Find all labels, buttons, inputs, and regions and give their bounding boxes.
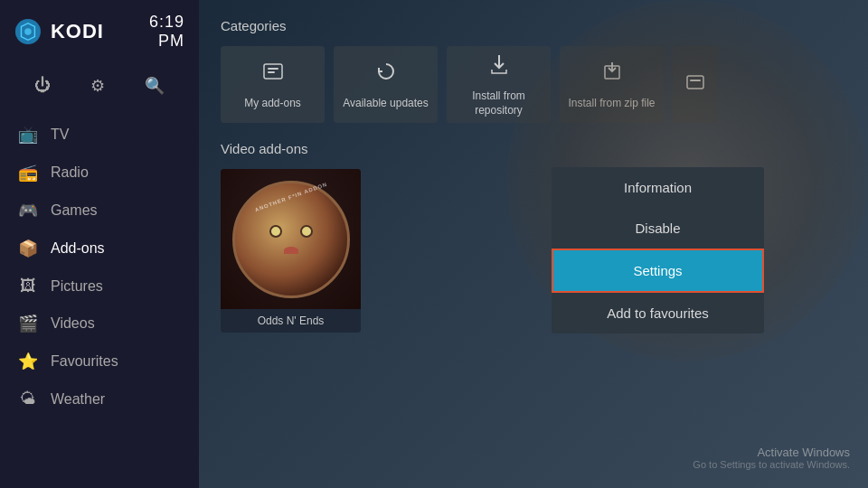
games-icon: 🎮	[18, 201, 38, 221]
sidebar-item-games[interactable]: 🎮 Games	[0, 192, 199, 230]
sidebar-item-favourites-label: Favourites	[51, 353, 118, 370]
sidebar-nav: 📺 TV 📻 Radio 🎮 Games 📦 Add-ons 🖼 Picture…	[0, 116, 199, 488]
cat-eye-right	[300, 225, 313, 238]
power-icon[interactable]: ⏻	[31, 72, 54, 99]
cat-nose	[284, 247, 298, 254]
install-from-repository-icon	[486, 52, 512, 82]
activate-windows-title: Activate Windows	[693, 446, 850, 459]
context-menu-settings[interactable]: Settings	[552, 249, 764, 293]
radio-icon: 📻	[18, 163, 38, 183]
context-menu: Information Disable Settings Add to favo…	[552, 167, 764, 333]
category-available-updates[interactable]: Available updates	[334, 46, 438, 123]
weather-icon: 🌤	[18, 389, 38, 408]
cat-face: ANOTHER F*IN ADDON	[232, 181, 350, 298]
app-title: KODI	[51, 20, 104, 43]
my-addons-label: My add-ons	[244, 97, 301, 111]
category-my-addons[interactable]: My add-ons	[221, 46, 325, 123]
system-time: 6:19 PM	[122, 13, 184, 51]
svg-point-2	[24, 28, 31, 34]
sidebar-header: KODI 6:19 PM	[0, 0, 199, 63]
activate-windows-notice: Activate Windows Go to Settings to activ…	[693, 446, 850, 470]
addon-odds-n-ends[interactable]: ANOTHER F*IN ADDON Odds N' Ends	[221, 169, 361, 333]
sidebar-item-pictures[interactable]: 🖼 Pictures	[0, 267, 199, 305]
available-updates-label: Available updates	[343, 97, 429, 111]
svg-rect-5	[268, 71, 275, 73]
svg-rect-4	[268, 68, 278, 70]
my-addons-icon	[260, 59, 286, 89]
sidebar-item-radio[interactable]: 📻 Radio	[0, 154, 199, 192]
sidebar-action-icons: ⏻ ⚙ 🔍	[0, 63, 199, 116]
pictures-icon: 🖼	[18, 277, 38, 296]
sidebar-item-games-label: Games	[51, 202, 98, 219]
sidebar-item-tv-label: TV	[51, 127, 69, 143]
main-content: Categories My add-ons Available updates	[199, 0, 868, 488]
favourites-icon: ⭐	[18, 352, 38, 371]
context-menu-disable[interactable]: Disable	[552, 208, 764, 249]
cat-eye-left	[269, 225, 282, 238]
activate-windows-subtitle: Go to Settings to activate Windows.	[693, 459, 850, 470]
install-from-repository-label: Install fromrepository	[472, 89, 525, 117]
context-menu-information[interactable]: Information	[552, 167, 764, 208]
cat-eyes	[269, 225, 313, 238]
available-updates-icon	[373, 59, 399, 89]
sidebar-item-videos[interactable]: 🎬 Videos	[0, 305, 199, 343]
sidebar-item-weather[interactable]: 🌤 Weather	[0, 380, 199, 418]
sidebar-item-tv[interactable]: 📺 TV	[0, 116, 199, 154]
sidebar-item-weather-label: Weather	[51, 391, 105, 408]
tv-icon: 📺	[18, 125, 38, 145]
addon-thumbnail: ANOTHER F*IN ADDON	[221, 169, 361, 309]
search-icon[interactable]: 🔍	[141, 72, 168, 99]
settings-icon[interactable]: ⚙	[87, 72, 108, 99]
sidebar-item-videos-label: Videos	[51, 315, 95, 332]
sidebar-item-pictures-label: Pictures	[51, 278, 103, 295]
addons-icon: 📦	[18, 239, 38, 258]
sidebar-item-radio-label: Radio	[51, 164, 89, 181]
sidebar: KODI 6:19 PM ⏻ ⚙ 🔍 📺 TV 📻 Radio 🎮 Games …	[0, 0, 199, 488]
sidebar-item-favourites[interactable]: ⭐ Favourites	[0, 343, 199, 380]
videos-icon: 🎬	[18, 314, 38, 333]
context-menu-add-to-favourites[interactable]: Add to favourites	[552, 293, 764, 333]
sidebar-item-addons[interactable]: 📦 Add-ons	[0, 230, 199, 267]
sidebar-item-addons-label: Add-ons	[51, 240, 105, 257]
addon-name: Odds N' Ends	[221, 309, 361, 333]
kodi-logo-icon	[14, 17, 42, 46]
